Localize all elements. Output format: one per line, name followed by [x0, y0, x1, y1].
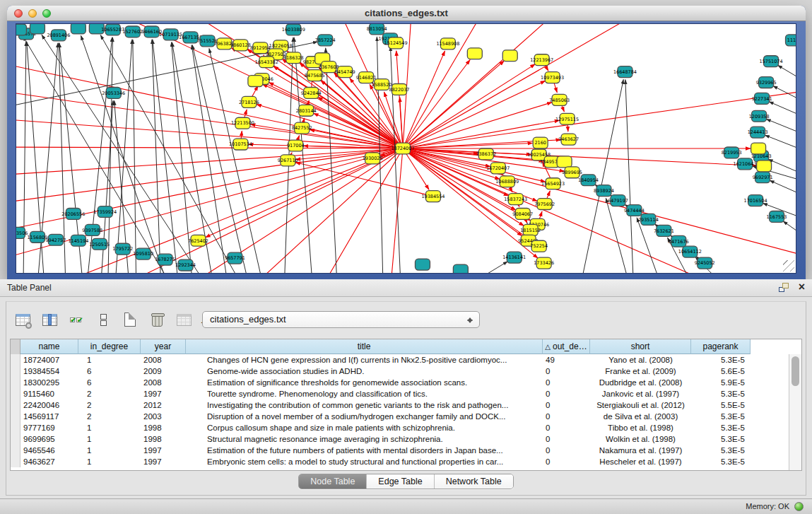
table-row[interactable]: 946362711997Embryonic stem cells: a mode…: [11, 456, 789, 467]
column-header-name[interactable]: name: [20, 339, 78, 354]
graph-node[interactable]: [16, 24, 26, 35]
graph-node[interactable]: [30, 24, 45, 34]
graph-node[interactable]: 11548908: [436, 38, 459, 49]
table-row[interactable]: 946554611997Estimation of the future num…: [11, 445, 789, 456]
column-header-short[interactable]: short: [590, 339, 691, 354]
rows-icon[interactable]: [94, 310, 112, 329]
table-settings-icon[interactable]: [13, 310, 32, 329]
graph-node[interactable]: 8186328: [283, 52, 304, 64]
graph-node[interactable]: 8454749: [335, 66, 355, 78]
graph-node[interactable]: 14136141: [502, 252, 526, 263]
graph-node[interactable]: 1112: [786, 35, 796, 46]
graph-node[interactable]: 16210643: [734, 158, 757, 170]
graph-node[interactable]: 8427552: [292, 122, 312, 134]
graph-node[interactable]: 20891406: [47, 30, 70, 41]
graph-node[interactable]: 9942757: [45, 234, 66, 245]
graph-node[interactable]: 1840954: [578, 175, 599, 186]
graph-node[interactable]: 1795722: [112, 243, 133, 255]
graph-node[interactable]: 9242844: [301, 87, 322, 98]
graph-node[interactable]: 752254: [530, 240, 548, 252]
graph-node[interactable]: 8475685: [305, 70, 325, 81]
graph-node[interactable]: 1815152: [520, 224, 541, 235]
graph-node[interactable]: 15654923: [541, 178, 565, 189]
delete-icon[interactable]: [148, 310, 166, 329]
float-panel-icon[interactable]: [779, 283, 789, 292]
window-titlebar[interactable]: citations_edges.txt: [7, 6, 806, 21]
column-header-title[interactable]: title: [186, 339, 543, 354]
graph-node[interactable]: 8822037: [389, 84, 410, 95]
graph-node[interactable]: 9329965: [756, 77, 777, 88]
tab-network-table[interactable]: Network Table: [435, 474, 513, 489]
table-row[interactable]: 1938455462009Genome-wide association stu…: [11, 366, 789, 377]
table-scrollbar[interactable]: [789, 354, 801, 470]
graph-node[interactable]: 8813054: [367, 24, 387, 35]
graph-node[interactable]: [415, 259, 430, 270]
graph-node[interactable]: [757, 160, 772, 172]
graph-node[interactable]: 1678275: [155, 254, 175, 265]
graph-node[interactable]: 1209358: [749, 110, 770, 122]
table-row[interactable]: 911546021997Tourette syndrome. Phenomeno…: [11, 388, 789, 399]
close-panel-icon[interactable]: ×: [799, 282, 805, 292]
graph-node[interactable]: 9474444: [624, 205, 645, 216]
graph-node[interactable]: 2160: [533, 137, 548, 148]
graph-node[interactable]: [502, 50, 517, 62]
graph-node[interactable]: 2935114: [638, 214, 659, 225]
table-panel-titlebar[interactable]: Table Panel ×: [0, 279, 812, 297]
graph-node[interactable]: [248, 76, 263, 87]
table-row[interactable]: 969969511998Structural magnetic resonanc…: [11, 433, 789, 445]
graph-node[interactable]: 2718126: [239, 96, 259, 107]
window-resize-grip[interactable]: [783, 260, 794, 271]
graph-node[interactable]: 7975692: [534, 199, 555, 210]
graph-node[interactable]: 9245052: [695, 257, 715, 269]
graph-node[interactable]: 7632621: [654, 225, 674, 236]
network-canvas[interactable]: 1872400724055722089140610655287152760294…: [16, 23, 796, 274]
graph-node[interactable]: 9267110: [278, 155, 298, 166]
table-row[interactable]: 1456911722003Disruption of a novel membe…: [11, 411, 789, 422]
table-row[interactable]: 1830029562008Estimation of significance …: [11, 377, 789, 388]
graph-node[interactable]: [453, 264, 468, 273]
graph-node[interactable]: 16648784: [613, 66, 637, 78]
graph-node[interactable]: 9084067: [512, 209, 533, 220]
table-row[interactable]: 1872400712008Changes of HCN gene express…: [11, 354, 789, 366]
graph-node[interactable]: 10688809: [495, 176, 519, 187]
column-header-out_de[interactable]: △out_de…: [543, 339, 590, 354]
graph-node[interactable]: 9692971: [753, 172, 773, 183]
graph-node[interactable]: 7625402: [188, 235, 208, 246]
graph-node[interactable]: 1095810: [133, 248, 153, 259]
graph-node[interactable]: 10655287: [101, 24, 124, 35]
import-table-icon[interactable]: [175, 310, 193, 329]
graph-node[interactable]: [71, 24, 86, 34]
table-row[interactable]: 2242004622012Investigating the contribut…: [11, 399, 789, 411]
graph-node[interactable]: 6479197: [608, 195, 628, 206]
graph-node[interactable]: 9860128: [230, 40, 251, 51]
graph-node[interactable]: 1156809: [28, 231, 48, 243]
graph-node[interactable]: 1244413: [748, 127, 768, 138]
graph-node[interactable]: 9463627: [558, 134, 579, 145]
graph-node[interactable]: 1250515: [89, 238, 110, 250]
column-header-pagerank[interactable]: pagerank: [691, 339, 751, 354]
graph-node[interactable]: 2803144: [296, 105, 317, 116]
graph-node[interactable]: 12975115: [555, 113, 579, 124]
graph-node[interactable]: 19384554: [421, 191, 445, 202]
graph-node[interactable]: 15751074: [760, 56, 783, 67]
table-row[interactable]: 977716911998Corpus callosum shape and si…: [11, 422, 789, 433]
network-graph[interactable]: 1872400724055722089140610655287152760294…: [16, 24, 796, 273]
column-header-year[interactable]: year: [141, 339, 186, 354]
graph-node[interactable]: 9657791: [225, 252, 245, 264]
graph-node[interactable]: 1145194: [68, 235, 88, 246]
graph-node[interactable]: [557, 156, 572, 168]
graph-node[interactable]: 10654112: [678, 246, 702, 257]
graph-node[interactable]: 7386372: [476, 148, 496, 160]
graph-node[interactable]: 1853506: [16, 227, 28, 238]
select-checks-icon[interactable]: ✔✔: [67, 310, 86, 329]
graph-node[interactable]: 8471676: [669, 235, 689, 247]
graph-node[interactable]: 1733426: [534, 257, 554, 269]
tab-edge-table[interactable]: Edge Table: [367, 474, 434, 489]
graph-node[interactable]: 7485063: [549, 94, 570, 105]
graph-node[interactable]: 1292344: [175, 259, 196, 271]
graph-node[interactable]: 1527602: [122, 26, 143, 37]
scrollbar-thumb[interactable]: [792, 356, 799, 386]
graph-node[interactable]: 9397588: [82, 224, 102, 235]
new-document-icon[interactable]: [121, 310, 139, 329]
graph-node[interactable]: 16033809: [282, 24, 305, 35]
